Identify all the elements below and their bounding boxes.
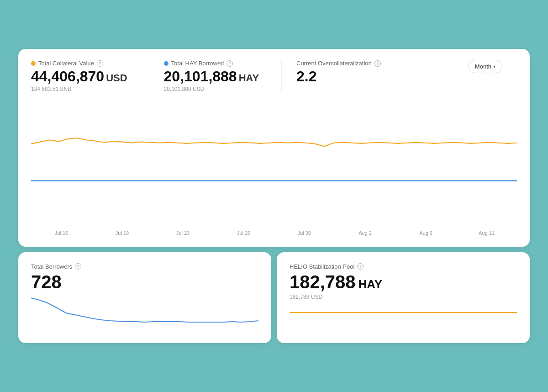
x-label-7: Aug 11 xyxy=(456,230,517,236)
orange-line xyxy=(31,138,517,146)
collateral-block: Total Collateral Value ? 44,406,870USD 1… xyxy=(31,60,149,92)
borrowed-info-icon[interactable]: ? xyxy=(227,60,233,67)
helio-chart xyxy=(290,306,517,319)
helio-sub: 182,788 USD xyxy=(290,294,517,300)
top-card: Total Collateral Value ? 44,406,870USD 1… xyxy=(18,49,530,246)
borrowed-value: 20,101,888HAY xyxy=(164,69,267,85)
metrics-row: Total Collateral Value ? 44,406,870USD 1… xyxy=(31,60,517,92)
overcollateral-info-icon[interactable]: ? xyxy=(374,60,381,67)
borrowers-chart xyxy=(31,296,258,332)
borrowed-sub: 20,101,888 USD xyxy=(164,86,267,92)
x-label-2: Jul 23 xyxy=(153,230,213,236)
main-chart-svg xyxy=(31,100,517,228)
borrowers-value: 728 xyxy=(31,272,258,292)
bottom-row: Total Borrowers ? 728 HELIO Stabilizatio… xyxy=(18,252,530,343)
collateral-info-icon[interactable]: ? xyxy=(97,60,103,67)
collateral-label: Total Collateral Value xyxy=(38,60,94,67)
x-label-6: Aug 6 xyxy=(395,230,456,236)
borrowed-label: Total HAY Borrowed xyxy=(171,60,224,67)
overcollateral-label: Current Overcollateralization xyxy=(296,60,372,67)
x-label-5: Aug 2 xyxy=(335,230,395,236)
helio-chart-svg xyxy=(290,306,517,319)
main-chart xyxy=(31,100,517,228)
borrowers-chart-svg xyxy=(31,296,258,332)
borrowers-info-icon[interactable]: ? xyxy=(75,263,81,270)
x-label-1: Jul 19 xyxy=(92,230,153,236)
collateral-sub: 184,683.51 BNB xyxy=(31,86,134,92)
borrowed-block: Total HAY Borrowed ? 20,101,888HAY 20,10… xyxy=(164,60,282,92)
x-label-4: Jul 30 xyxy=(274,230,335,236)
helio-value: 182,788HAY xyxy=(290,272,517,292)
month-label: Month xyxy=(475,63,491,70)
helio-label: HELIO Stabilization Pool xyxy=(290,263,354,270)
dashboard: Total Collateral Value ? 44,406,870USD 1… xyxy=(18,49,530,343)
x-label-3: Jul 26 xyxy=(213,230,274,236)
helio-info-icon[interactable]: ? xyxy=(357,263,364,270)
borrowed-dot xyxy=(164,61,169,66)
borrowers-card: Total Borrowers ? 728 xyxy=(18,252,271,343)
borrowers-line xyxy=(31,298,258,322)
collateral-value: 44,406,870USD xyxy=(31,69,134,85)
borrowers-label: Total Borrowers xyxy=(31,263,72,270)
helio-card: HELIO Stabilization Pool ? 182,788HAY 18… xyxy=(277,252,530,343)
overcollateral-block: Current Overcollateralization ? 2.2 Mont… xyxy=(296,60,517,85)
x-axis: Jul 16 Jul 19 Jul 23 Jul 26 Jul 30 Aug 2… xyxy=(31,228,517,236)
overcollateral-value: 2.2 xyxy=(296,69,468,85)
x-label-0: Jul 16 xyxy=(31,230,92,236)
chevron-down-icon: ▾ xyxy=(493,64,495,69)
collateral-dot xyxy=(31,61,36,66)
month-button[interactable]: Month ▾ xyxy=(468,60,502,73)
